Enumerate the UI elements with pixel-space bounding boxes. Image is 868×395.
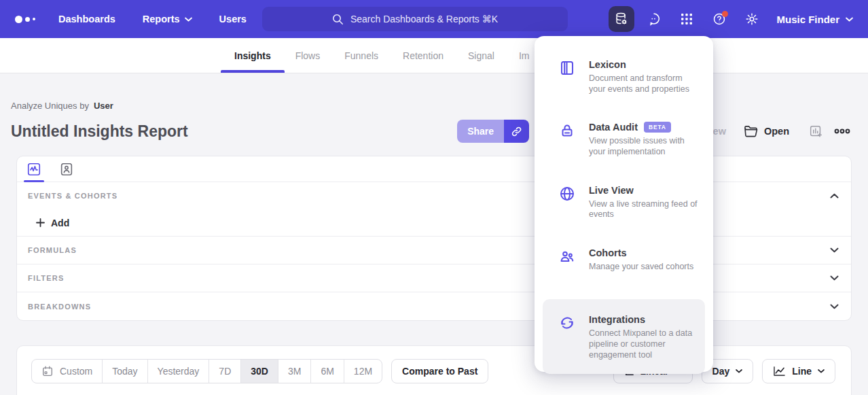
tab-flows[interactable]: Flows [295,38,321,73]
chevron-up-icon [830,193,839,199]
search-icon [332,14,344,25]
ellipsis-icon [834,128,850,135]
tab-retention[interactable]: Retention [403,38,444,73]
analyze-row: Analyze Uniques by User [11,101,868,111]
menu-item-cohorts[interactable]: Cohorts Manage your saved cohorts [535,247,713,273]
date-option-7d[interactable]: 7D [209,360,240,383]
folder-icon [744,125,758,137]
menu-item-live-view[interactable]: Live View View a live streaming feed of … [535,185,713,220]
nav-reports-label: Reports [143,14,180,24]
menu-item-integrations[interactable]: Integrations Connect Mixpanel to a data … [543,299,705,374]
line-chart-icon [773,366,786,377]
share-button[interactable]: Share [457,120,504,143]
date-option-label: 7D [219,366,231,377]
interval-value: Day [712,366,730,377]
plus-icon [36,218,45,227]
expand-section-button[interactable] [830,247,839,253]
report-tabbar: Insights Flows Funnels Retention Signal … [0,38,868,73]
board-add-icon [808,124,823,139]
compare-label: Compare to Past [402,366,477,377]
section-events-cohorts[interactable]: EVENTS & COHORTS [17,182,851,209]
nav-users[interactable]: Users [219,14,247,24]
share-split-button: Share [457,120,529,143]
menu-item-title: Cohorts [589,247,627,258]
add-label: Add [51,218,69,228]
message-bubble-icon [647,12,662,27]
analyze-label: Analyze Uniques by [11,101,89,111]
date-option-6m[interactable]: 6M [310,360,343,383]
menu-item-title: Data Audit [589,122,638,133]
search-input[interactable]: Search Dashboards & Reports ⌘K [262,7,568,31]
menu-item-lexicon[interactable]: Lexicon Document and transform your even… [535,59,713,95]
nav-dashboards-label: Dashboards [58,14,115,24]
add-event-button[interactable]: Add [36,218,69,228]
chevron-down-icon [185,17,192,22]
tab-insights[interactable]: Insights [234,38,271,73]
date-option-label: 6M [321,366,333,377]
collapse-section-button[interactable] [830,193,839,199]
book-icon [559,59,575,95]
menu-item-desc: View possible issues with your implement… [589,136,700,157]
builder-tab-events[interactable] [26,156,41,182]
project-selector[interactable]: Music Finder [776,0,853,38]
settings-button[interactable] [739,6,765,32]
menu-item-title: Lexicon [589,59,626,70]
expand-section-button[interactable] [830,275,839,281]
chevron-down-icon [830,304,839,309]
search-placeholder: Search Dashboards & Reports ⌘K [350,14,498,24]
date-option-label: Custom [60,366,92,377]
open-report-button[interactable]: Open [744,125,789,137]
beta-badge: BETA [644,122,671,133]
menu-item-title: Integrations [589,314,645,325]
add-to-dashboard-button[interactable] [808,124,823,139]
chart-type-dropdown[interactable]: Line [762,359,835,383]
chevron-down-icon [818,369,825,373]
date-option-custom[interactable]: Custom [32,360,102,383]
chevron-down-icon [736,369,742,373]
menu-item-desc: Connect Mixpanel to a data pipeline or c… [589,328,694,360]
date-option-today[interactable]: Today [102,360,147,383]
nav-dashboards[interactable]: Dashboards [58,14,115,24]
section-label: FORMULAS [28,246,77,254]
date-option-yesterday[interactable]: Yesterday [147,360,209,383]
feedback-button[interactable] [641,6,667,32]
more-options-button[interactable] [834,128,850,135]
chevron-down-icon [830,247,839,253]
data-management-button[interactable] [609,6,634,32]
date-option-12m[interactable]: 12M [344,360,382,383]
report-title-row: Untitled Insights Report Share New Open [0,118,868,145]
tab-impact[interactable]: Im [519,38,530,73]
compare-to-past-button[interactable]: Compare to Past [391,359,488,383]
mixpanel-logo-icon[interactable] [15,16,35,23]
page-title[interactable]: Untitled Insights Report [11,122,188,141]
expand-section-button[interactable] [830,304,839,309]
date-option-3m[interactable]: 3M [278,360,310,383]
tab-label: Funnels [344,50,378,61]
date-option-label: Today [112,366,137,377]
sync-icon [559,314,575,360]
user-card-icon [59,162,74,177]
date-option-30d[interactable]: 30D [240,360,278,383]
section-formulas[interactable]: FORMULAS [17,237,851,264]
tab-signal[interactable]: Signal [468,38,494,73]
builder-tab-users[interactable] [59,156,74,182]
section-breakdowns[interactable]: BREAKDOWNS [17,292,851,320]
copy-link-button[interactable] [504,120,529,143]
menu-item-desc: Document and transform your events and p… [589,73,700,95]
tab-label: Signal [468,50,494,61]
nav-reports[interactable]: Reports [143,14,192,24]
section-filters[interactable]: FILTERS [17,264,851,292]
lock-icon [559,122,575,157]
menu-item-title: Live View [589,185,634,196]
chart-controls-panel: Custom Today Yesterday 7D 30D 3M 6M 12M … [16,345,852,395]
nav-icon-group [609,0,765,38]
top-navigation: Dashboards Reports Users Search Dashboar… [0,0,868,38]
help-button[interactable] [706,6,732,32]
tab-funnels[interactable]: Funnels [344,38,378,73]
apps-grid-button[interactable] [674,6,700,32]
analyze-value[interactable]: User [94,101,113,111]
menu-item-desc: View a live streaming feed of events [589,199,700,220]
chevron-down-icon [846,17,853,22]
menu-item-data-audit[interactable]: Data Audit BETA View possible issues wit… [535,122,713,157]
people-icon [559,247,575,273]
